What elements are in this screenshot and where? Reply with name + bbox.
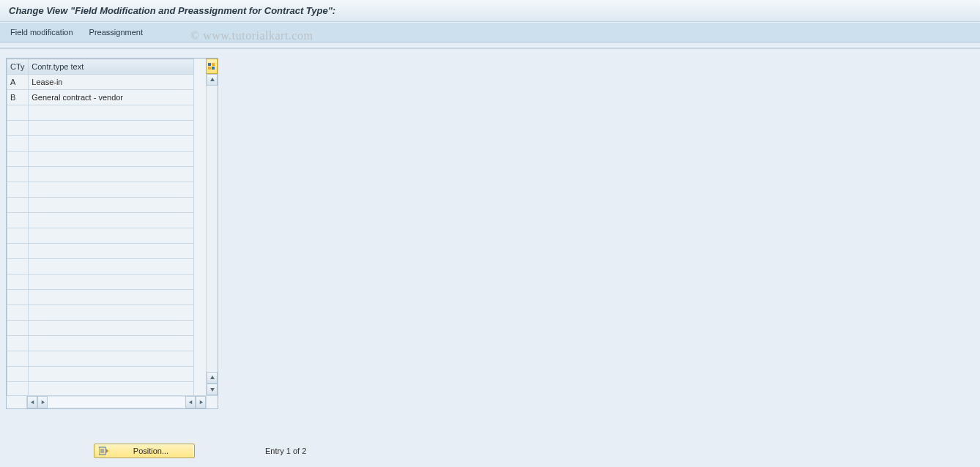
table-row[interactable] (7, 274, 194, 290)
cell-cty[interactable] (7, 228, 29, 244)
cell-cty[interactable] (7, 244, 29, 259)
horizontal-scrollbar[interactable] (7, 395, 218, 408)
scroll-up-step-icon[interactable] (207, 372, 218, 384)
cell-text[interactable] (29, 228, 194, 244)
cell-cty[interactable]: B (7, 90, 29, 105)
cell-text[interactable] (29, 198, 194, 213)
cell-text[interactable] (29, 305, 194, 321)
cell-cty[interactable] (7, 213, 29, 228)
table-row[interactable] (7, 244, 194, 259)
cell-text[interactable] (29, 336, 194, 351)
cell-cty[interactable] (7, 351, 29, 367)
cell-text[interactable] (29, 274, 194, 290)
contract-type-table: CTy Contr.type text ALease-inBGeneral co… (7, 59, 194, 395)
cell-text[interactable] (29, 136, 194, 152)
scroll-up-icon[interactable] (207, 74, 218, 86)
table-row[interactable] (7, 105, 194, 121)
cell-cty[interactable] (7, 152, 29, 167)
cell-cty[interactable] (7, 382, 29, 396)
cell-text[interactable] (29, 167, 194, 182)
table-row[interactable]: BGeneral contract - vendor (7, 90, 194, 105)
table-row[interactable] (7, 382, 194, 396)
cell-text[interactable] (29, 121, 194, 136)
cell-text[interactable]: General contract - vendor (29, 90, 194, 105)
table-row[interactable] (7, 121, 194, 136)
cell-cty[interactable] (7, 305, 29, 321)
cell-text[interactable] (29, 259, 194, 274)
svg-marker-10 (199, 400, 202, 404)
cell-text[interactable] (29, 105, 194, 121)
hscroll-spacer (7, 396, 27, 408)
vscroll-track[interactable] (207, 86, 218, 372)
table-row[interactable]: ALease-in (7, 75, 194, 90)
table-row[interactable] (7, 321, 194, 336)
entry-status: Entry 1 of 2 (265, 447, 306, 455)
cell-text[interactable] (29, 367, 194, 382)
table-row[interactable] (7, 228, 194, 244)
cell-cty[interactable] (7, 274, 29, 290)
cell-text[interactable] (29, 244, 194, 259)
table-row[interactable] (7, 290, 194, 305)
scroll-left-icon[interactable] (27, 396, 37, 408)
svg-rect-0 (208, 63, 211, 66)
cell-text[interactable] (29, 182, 194, 198)
svg-marker-4 (210, 78, 215, 81)
cell-cty[interactable] (7, 367, 29, 382)
table-row[interactable] (7, 305, 194, 321)
hscroll-track[interactable] (48, 396, 185, 408)
scroll-down-icon[interactable] (207, 384, 218, 395)
table-row[interactable] (7, 167, 194, 182)
table-row[interactable] (7, 136, 194, 152)
grid-body: CTy Contr.type text ALease-inBGeneral co… (7, 59, 218, 395)
table-row[interactable] (7, 198, 194, 213)
cell-text[interactable] (29, 321, 194, 336)
svg-marker-5 (210, 376, 215, 379)
table-row[interactable] (7, 259, 194, 274)
toolbar-field-modification[interactable]: Field modification (10, 28, 73, 37)
svg-rect-2 (208, 67, 211, 70)
vertical-scrollbar[interactable] (206, 74, 218, 395)
cell-cty[interactable] (7, 136, 29, 152)
content-area: CTy Contr.type text ALease-inBGeneral co… (0, 48, 980, 467)
cell-cty[interactable] (7, 182, 29, 198)
cell-cty[interactable] (7, 259, 29, 274)
position-button[interactable]: Position... (94, 444, 195, 458)
cell-cty[interactable]: A (7, 75, 29, 90)
scroll-left-end-icon[interactable] (185, 396, 196, 408)
title-bar: Change View "Field Modification and Prea… (0, 0, 980, 22)
cell-cty[interactable] (7, 105, 29, 121)
table-row[interactable] (7, 351, 194, 367)
cell-text[interactable]: Lease-in (29, 75, 194, 90)
cell-text[interactable] (29, 290, 194, 305)
col-header-cty[interactable]: CTy (7, 59, 29, 75)
footer: Position... Entry 1 of 2 (0, 442, 980, 460)
cell-cty[interactable] (7, 336, 29, 351)
col-header-text[interactable]: Contr.type text (29, 59, 194, 75)
table-row[interactable] (7, 213, 194, 228)
cell-text[interactable] (29, 213, 194, 228)
cell-cty[interactable] (7, 290, 29, 305)
svg-marker-6 (210, 388, 215, 392)
scroll-right-icon[interactable] (37, 396, 48, 408)
cell-text[interactable] (29, 351, 194, 367)
table-row[interactable] (7, 152, 194, 167)
scroll-corner (206, 396, 218, 408)
svg-rect-3 (212, 67, 215, 70)
page-title: Change View "Field Modification and Prea… (9, 5, 335, 16)
table-row[interactable] (7, 367, 194, 382)
cell-text[interactable] (29, 382, 194, 396)
cell-cty[interactable] (7, 167, 29, 182)
cell-text[interactable] (29, 152, 194, 167)
table-settings-icon[interactable] (206, 59, 218, 74)
table-row[interactable] (7, 182, 194, 198)
position-icon (99, 447, 109, 455)
table-row[interactable] (7, 336, 194, 351)
cell-cty[interactable] (7, 198, 29, 213)
cell-cty[interactable] (7, 121, 29, 136)
scroll-right-end-icon[interactable] (196, 396, 206, 408)
toolbar-preassignment[interactable]: Preassignment (89, 28, 143, 37)
table-container: CTy Contr.type text ALease-inBGeneral co… (6, 58, 218, 409)
svg-marker-7 (30, 400, 33, 404)
svg-marker-9 (188, 400, 191, 404)
cell-cty[interactable] (7, 321, 29, 336)
